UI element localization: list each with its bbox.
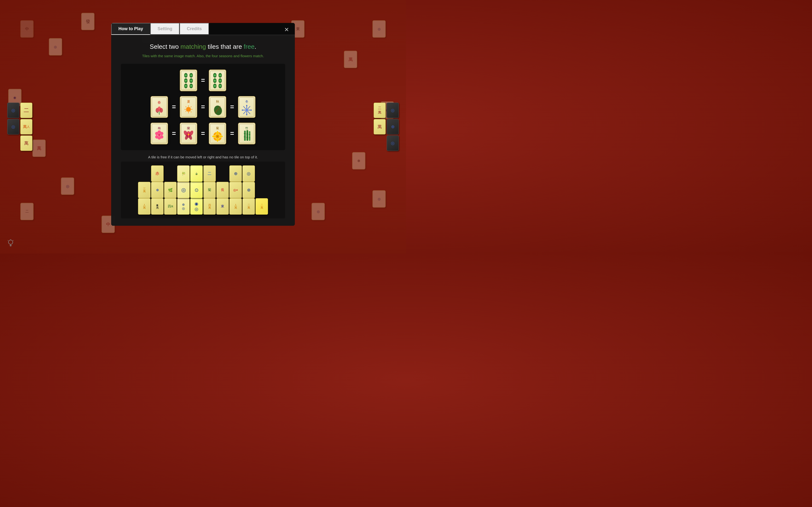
headline: Select two matching tiles that are free. <box>121 42 285 51</box>
svg-point-41 <box>213 105 223 116</box>
svg-point-8 <box>185 80 187 81</box>
tab-setting[interactable]: Setting <box>150 23 180 35</box>
equals-sign-3b: = <box>201 130 205 137</box>
close-button[interactable]: ✕ <box>282 25 291 34</box>
tile-group-4: 🎋 ◎ ⊕◎ <box>177 165 190 215</box>
game-tile: 四萬 <box>164 198 176 215</box>
svg-point-10 <box>185 85 187 87</box>
tile-group-10: 二萬 <box>255 198 268 215</box>
tile-plum: 梅 <box>151 123 168 145</box>
game-tile: ⊕◎ <box>177 198 190 215</box>
equals-sign-3c: = <box>230 130 234 137</box>
svg-point-54 <box>250 110 252 111</box>
svg-rect-82 <box>244 131 246 141</box>
tile-bamboo-flower: 竹 <box>238 123 255 145</box>
svg-point-69 <box>188 134 189 135</box>
svg-line-96 <box>8 240 8 241</box>
svg-point-53 <box>242 110 243 111</box>
game-tile: 三萬 <box>138 182 151 198</box>
svg-text:竹: 竹 <box>245 126 248 130</box>
svg-point-7 <box>190 74 192 76</box>
svg-point-52 <box>246 114 247 115</box>
svg-line-39 <box>186 111 186 112</box>
svg-point-31 <box>186 107 191 112</box>
tile-autumn: 秋 <box>209 96 226 118</box>
headline-free: free <box>244 43 254 50</box>
tile-bamboo-2 <box>209 69 226 91</box>
equals-sign-2a: = <box>172 104 176 110</box>
game-tile: 赤 <box>151 165 164 182</box>
tile-spring: 春 <box>151 96 168 118</box>
svg-point-75 <box>219 135 223 137</box>
headline-middle: tiles that are <box>206 43 244 50</box>
game-tiles-container: 三萬 人萬 赤 ❄ ◉萬 🌿 四萬 <box>123 165 283 215</box>
game-tile: 二 <box>203 165 216 182</box>
svg-point-21 <box>219 80 221 81</box>
svg-text:梅: 梅 <box>158 126 161 130</box>
game-tile: 人萬 <box>138 198 151 215</box>
tab-credits[interactable]: Credits <box>180 23 209 35</box>
game-tile: 東 <box>216 198 229 215</box>
svg-text:春: 春 <box>158 101 161 104</box>
tile-group-1: 三萬 人萬 <box>138 182 151 215</box>
svg-line-36 <box>186 107 186 107</box>
tiles-demo: = <box>121 64 285 150</box>
tile-group-2: 赤 ❄ ◉萬 <box>151 165 164 215</box>
tile-chrysanthemum: 菊 <box>209 123 226 145</box>
game-tile: 人萬 <box>230 198 242 215</box>
tile-group-6: 二 菊 四萬 <box>203 165 216 215</box>
game-tile: 四萬 <box>203 198 216 215</box>
tab-how-to-play[interactable]: How to Play <box>111 23 150 35</box>
svg-point-60 <box>160 132 163 135</box>
headline-matching: matching <box>181 43 206 50</box>
svg-point-11 <box>190 85 192 87</box>
modal-content: Select two matching tiles that are free.… <box>111 35 295 226</box>
game-tile: 長 <box>216 182 229 198</box>
game-tile: ◎ <box>242 165 255 182</box>
equals-sign-2c: = <box>230 104 234 110</box>
tab-bar: How to Play Setting Credits <box>111 23 295 35</box>
game-tile: 二萬 <box>255 198 268 215</box>
game-tile: ◉萬 <box>151 198 164 215</box>
bottom-text: A tile is free if it can be moved left o… <box>121 155 285 159</box>
game-tile: 二萬 <box>242 198 255 215</box>
svg-point-50 <box>246 109 248 111</box>
svg-point-51 <box>246 105 247 106</box>
headline-prefix: Select two <box>150 43 181 50</box>
svg-rect-84 <box>249 131 250 141</box>
svg-point-27 <box>159 108 163 113</box>
tile-summer: 夏 <box>180 96 197 118</box>
svg-text:菊: 菊 <box>216 126 219 130</box>
svg-point-6 <box>185 74 187 76</box>
equals-sign-3a: = <box>172 130 176 137</box>
svg-point-19 <box>219 74 221 76</box>
equals-sign-2b: = <box>201 104 205 110</box>
lightbulb-icon[interactable] <box>7 239 14 249</box>
game-tile: ◎ <box>177 182 190 198</box>
tile-group-3: 🌿 四萬 <box>164 182 176 215</box>
subtext: Tiles with the same image match. Also, t… <box>121 54 285 58</box>
game-tile: 🌿 <box>164 182 176 198</box>
svg-point-74 <box>212 135 216 137</box>
game-tile: ⊕ <box>230 165 242 182</box>
svg-point-23 <box>219 85 221 87</box>
svg-point-20 <box>214 80 216 81</box>
svg-point-72 <box>216 131 218 135</box>
equals-sign-1: = <box>201 77 205 84</box>
game-tile: ⊗ <box>242 182 255 198</box>
tile-group-9: ◎ ⊗ 二萬 <box>242 165 255 215</box>
match-row-flowers: 梅 = <box>126 123 280 145</box>
svg-point-61 <box>155 135 158 138</box>
modal-overlay: How to Play Setting Credits ✕ Select two… <box>0 0 406 253</box>
svg-point-9 <box>190 80 192 81</box>
game-tile: ❄ <box>151 182 164 198</box>
svg-point-59 <box>155 132 158 135</box>
game-tiles-demonstration: 三萬 人萬 赤 ❄ ◉萬 🌿 四萬 <box>121 162 285 219</box>
game-tile: ◎⊗ <box>230 182 242 198</box>
tile-winter: 冬 <box>238 96 255 118</box>
svg-point-62 <box>160 135 163 138</box>
game-tile: ⊙ <box>190 182 203 198</box>
svg-line-97 <box>13 240 13 241</box>
svg-text:夏: 夏 <box>187 100 190 103</box>
svg-text:冬: 冬 <box>245 100 248 103</box>
